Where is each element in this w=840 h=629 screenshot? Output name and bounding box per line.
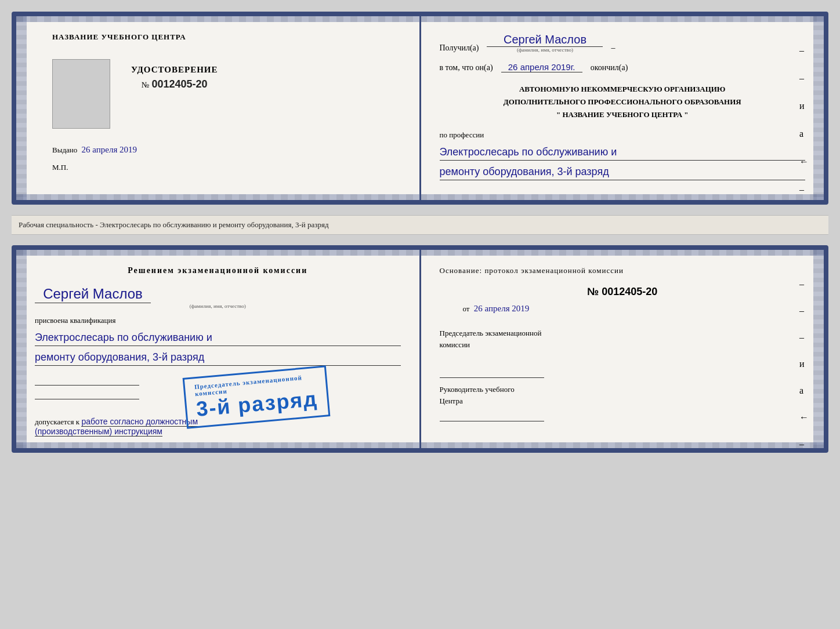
- proto-prefix: №: [587, 286, 599, 297]
- predsedatel-label: Председатель экзаменационной комиссии: [440, 328, 806, 350]
- signature-line-2: [35, 388, 139, 399]
- vydano-prefix: Выдано: [52, 146, 77, 154]
- rdash-3: –: [799, 332, 809, 343]
- profession-line1: Электрослесарь по обслуживанию и: [440, 144, 806, 161]
- certificate-2: Решением экзаменационной комиссии Сергей…: [12, 245, 828, 453]
- cert2-name-block: Сергей Маслов (фамилия, имя, отчество): [35, 286, 401, 309]
- osnovanie-title: Основание: протокол экзаменационной коми…: [440, 266, 806, 275]
- cert1-left: НАЗВАНИЕ УЧЕБНОГО ЦЕНТРА УДОСТОВЕРЕНИЕ №…: [16, 16, 419, 200]
- cert2-right: – – – и а ← – Основание: протокол экзаме…: [421, 250, 824, 448]
- predsedatel-signature-line: [440, 366, 544, 378]
- rdash-4: и: [799, 359, 809, 369]
- vtom-line: в том, что он(а) 26 апреля 2019г. окончи…: [440, 62, 806, 72]
- cert2-name: Сергей Маслов: [35, 286, 151, 303]
- right-decorations: – – и а ← –: [799, 45, 809, 195]
- cert2-name-sublabel: (фамилия, имя, отчество): [35, 303, 401, 309]
- org-line2: ДОПОЛНИТЕЛЬНОГО ПРОФЕССИОНАЛЬНОГО ОБРАЗО…: [440, 96, 806, 108]
- ot-date-line: от 26 апреля 2019: [463, 304, 806, 314]
- org-line1: АВТОНОМНУЮ НЕКОММЕРЧЕСКУЮ ОРГАНИЗАЦИЮ: [440, 83, 806, 96]
- rukovoditel-line2: Центра: [440, 397, 463, 405]
- cert2-profession-2: ремонту оборудования, 3-й разряд: [35, 350, 401, 366]
- dash-3: и: [799, 101, 809, 111]
- udostoverenie-label: УДОСТОВЕРЕНИЕ: [131, 65, 218, 75]
- cert1-right: – – и а ← – Получил(а) Сергей Маслов (фа…: [421, 16, 824, 200]
- number-prefix: №: [142, 81, 149, 89]
- okonchil-label: окончил(а): [591, 63, 628, 72]
- rdash-1: –: [799, 279, 809, 289]
- rdash-6: ←: [799, 412, 809, 423]
- rukovoditel-line1: Руководитель учебного: [440, 385, 515, 394]
- vtom-prefix: в том, что он(а): [440, 63, 493, 72]
- poluchil-prefix: Получил(а): [440, 43, 479, 53]
- rdash-5: а: [799, 386, 809, 396]
- cert2-left: Решением экзаменационной комиссии Сергей…: [16, 250, 419, 448]
- dopuskaetsya-handwritten: работе согласно должностным: [81, 417, 198, 427]
- rdash-2: –: [799, 306, 809, 316]
- prisvoena-label: присвоена квалификация: [35, 316, 401, 325]
- certificate-1: НАЗВАНИЕ УЧЕБНОГО ЦЕНТРА УДОСТОВЕРЕНИЕ №…: [12, 12, 828, 205]
- protocol-number: № 0012405-20: [440, 286, 806, 298]
- dash-separator: –: [611, 43, 615, 53]
- vydano-line: Выдано 26 апреля 2019: [52, 145, 401, 155]
- rukovoditel-label: Руководитель учебного Центра: [440, 384, 806, 406]
- dash-2: –: [799, 73, 809, 83]
- po-professii: по профессии: [440, 130, 806, 140]
- predsedatel-line1: Председатель экзаменационной: [440, 329, 542, 337]
- dash-5: ←: [799, 157, 809, 167]
- dopuskaetsya-prefix: допускается к: [35, 417, 79, 426]
- page-wrapper: НАЗВАНИЕ УЧЕБНОГО ЦЕНТРА УДОСТОВЕРЕНИЕ №…: [12, 12, 828, 453]
- dash-1: –: [799, 45, 809, 56]
- org-line3: " НАЗВАНИЕ УЧЕБНОГО ЦЕНТРА ": [440, 108, 806, 121]
- rukovoditel-signature-line: [440, 410, 544, 421]
- ot-date-value: 26 апреля 2019: [474, 304, 530, 313]
- dopuskaetsya-line2: (производственным) инструкциям: [35, 427, 162, 437]
- org-block: АВТОНОМНУЮ НЕКОММЕРЧЕСКУЮ ОРГАНИЗАЦИЮ ДО…: [440, 83, 806, 121]
- photo-placeholder: [52, 59, 110, 129]
- recipient-name: Сергей Маслов: [487, 32, 603, 47]
- vtom-date: 26 апреля 2019г.: [501, 62, 582, 72]
- mp-label: М.П.: [52, 163, 401, 172]
- poluchil-line: Получил(а) Сергей Маслов (фамилия, имя, …: [440, 32, 806, 53]
- dash-4: а: [799, 129, 809, 139]
- cert2-profession-1: Электрослесарь по обслуживанию и: [35, 330, 401, 346]
- proto-number: 0012405-20: [602, 286, 657, 297]
- name-sublabel: (фамилия, имя, отчество): [487, 47, 603, 53]
- rdash-7: –: [799, 439, 809, 449]
- profession-line2: ремонту оборудования, 3-й разряд: [440, 164, 806, 180]
- ot-prefix: от: [463, 304, 470, 313]
- vydano-date: 26 апреля 2019: [82, 145, 137, 154]
- dash-6: –: [799, 184, 809, 195]
- right-decorations-2: – – – и а ← –: [799, 279, 809, 449]
- predsedatel-line2: комиссии: [440, 340, 470, 349]
- middle-label: Рабочая специальность - Электрослесарь п…: [12, 215, 828, 235]
- signature-line-1: [35, 374, 139, 386]
- cert1-org-title: НАЗВАНИЕ УЧЕБНОГО ЦЕНТРА: [52, 32, 401, 42]
- resheniem-title: Решением экзаменационной комиссии: [35, 266, 401, 275]
- cert1-number: 0012405-20: [151, 78, 207, 90]
